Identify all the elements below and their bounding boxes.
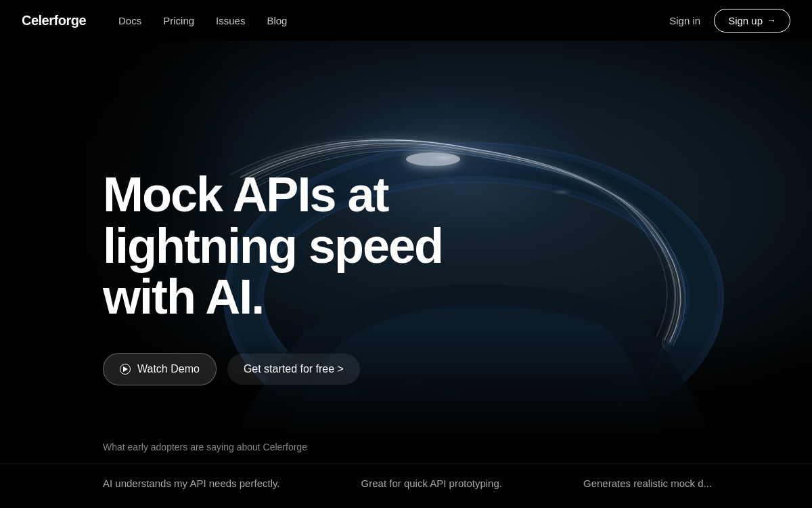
play-icon <box>120 364 131 375</box>
signup-button[interactable]: Sign up → <box>714 9 790 33</box>
nav-right: Sign in Sign up → <box>669 9 790 33</box>
list-item: Generates realistic mock d... <box>529 472 739 494</box>
nav-links: Docs Pricing Issues Blog <box>118 15 669 26</box>
testimonials-section: What early adopters are saying about Cel… <box>0 442 812 494</box>
get-started-label: Get started for free > <box>244 363 344 375</box>
nav-link-pricing[interactable]: Pricing <box>163 15 194 26</box>
signup-arrow-icon: → <box>767 15 776 26</box>
hero-content: Mock APIs at lightning speed with AI. Wa… <box>103 169 443 385</box>
brand-logo[interactable]: Celerforge <box>22 13 86 28</box>
signin-button[interactable]: Sign in <box>669 15 700 26</box>
watch-demo-label: Watch Demo <box>137 363 200 375</box>
list-item: Great for quick API prototyping. <box>307 472 529 494</box>
testimonial-text-2: Great for quick API prototyping. <box>361 478 502 489</box>
testimonial-text-3: Generates realistic mock d... <box>583 478 712 489</box>
testimonials-ticker: AI understands my API needs perfectly. G… <box>0 463 812 494</box>
testimonial-text-1: AI understands my API needs perfectly. <box>103 478 280 489</box>
list-item: AI understands my API needs perfectly. <box>0 472 307 494</box>
testimonials-label: What early adopters are saying about Cel… <box>0 442 812 452</box>
hero-title-line3: with AI. <box>103 270 263 324</box>
watch-demo-button[interactable]: Watch Demo <box>103 353 217 385</box>
nav-link-blog[interactable]: Blog <box>267 15 287 26</box>
navbar: Celerforge Docs Pricing Issues Blog Sign… <box>0 0 812 41</box>
hero-buttons: Watch Demo Get started for free > <box>103 353 443 385</box>
hero-title-line2: lightning speed <box>103 219 443 273</box>
signup-label: Sign up <box>728 15 763 26</box>
hero-title: Mock APIs at lightning speed with AI. <box>103 169 443 323</box>
play-triangle-icon <box>123 366 128 372</box>
get-started-button[interactable]: Get started for free > <box>227 354 360 385</box>
hero-title-line1: Mock APIs at <box>103 167 388 221</box>
nav-link-issues[interactable]: Issues <box>216 15 245 26</box>
nav-link-docs[interactable]: Docs <box>118 15 141 26</box>
